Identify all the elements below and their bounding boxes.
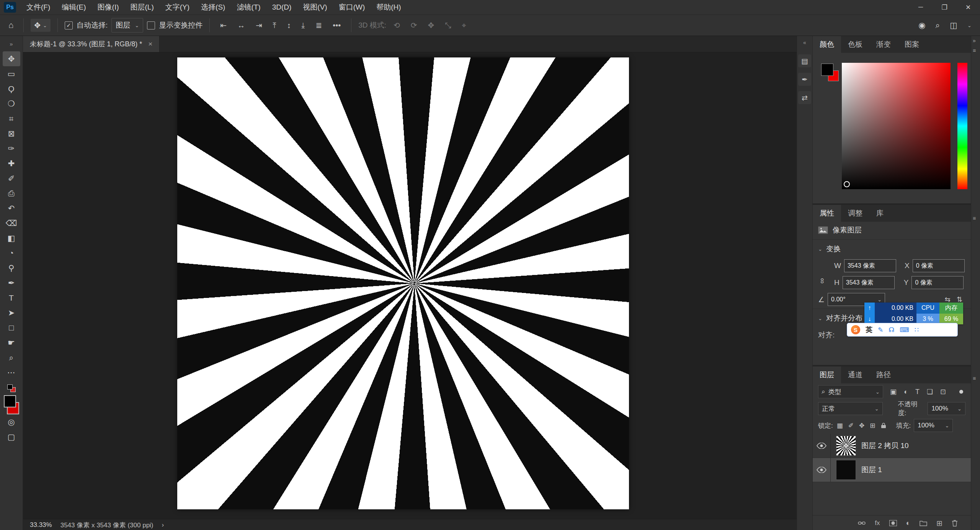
distribute-icon[interactable]: ≣ [312, 21, 325, 30]
menu-help[interactable]: 帮助(H) [371, 0, 407, 15]
align-left-icon[interactable]: ⇤ [217, 21, 230, 30]
transform-section-header[interactable]: ⌄ 变换 [813, 240, 971, 257]
paragraph-panel-icon[interactable]: ⇄ [798, 91, 811, 104]
character-panel-icon[interactable]: ✒ [798, 73, 811, 86]
properties-panel-menu-icon[interactable]: ≡ [973, 215, 976, 221]
filter-pixel-layers-icon[interactable]: ▣ [890, 388, 897, 396]
link-dimensions-icon[interactable]: ∞ [818, 278, 827, 283]
menu-filter[interactable]: 滤镜(T) [231, 0, 266, 15]
default-colors-icon[interactable] [7, 384, 16, 392]
tab-paths[interactable]: 路径 [869, 366, 898, 383]
filter-type-layers-icon[interactable]: T [915, 388, 920, 396]
lock-image-pixels-icon[interactable]: ✐ [848, 422, 854, 430]
eraser-tool[interactable]: ⌫ [3, 216, 20, 231]
tab-properties[interactable]: 属性 [813, 205, 841, 222]
history-brush-tool[interactable]: ↶ [3, 201, 20, 216]
foreground-color-swatch[interactable] [821, 64, 833, 76]
tab-libraries[interactable]: 库 [869, 205, 890, 222]
align-right-icon[interactable]: ⇥ [252, 21, 266, 30]
menu-3d[interactable]: 3D(D) [266, 0, 297, 15]
tab-patterns[interactable]: 图案 [898, 36, 926, 53]
eyedropper-tool[interactable]: ✑ [3, 141, 20, 156]
document-canvas-image[interactable] [177, 57, 629, 509]
move-tool[interactable]: ✥ [3, 51, 20, 66]
hand-tool[interactable]: ☛ [3, 335, 20, 350]
edit-toolbar-button[interactable]: ⋯ [3, 365, 20, 380]
current-tool-preset[interactable]: ✥ ⌄ [31, 19, 51, 32]
show-transform-controls-checkbox[interactable]: ✓ [147, 21, 155, 29]
tab-swatches[interactable]: 色板 [841, 36, 869, 53]
brush-tool[interactable]: ✐ [3, 171, 20, 186]
visibility-cell[interactable] [813, 434, 831, 458]
tab-adjustments[interactable]: 调整 [841, 205, 869, 222]
layer-row-selected[interactable]: 图层 1 [813, 458, 971, 482]
close-icon[interactable]: × [148, 40, 152, 48]
expand-panels-icon[interactable]: « [803, 36, 806, 49]
link-layers-icon[interactable] [858, 521, 866, 525]
color-panel-menu-icon[interactable]: ≡ [973, 47, 976, 54]
auto-select-target-dropdown[interactable]: 图层 ⌄ [111, 18, 143, 33]
layer-style-button[interactable]: fx [875, 519, 880, 527]
frame-tool[interactable]: ⊠ [3, 126, 20, 141]
saturation-brightness-picker[interactable] [842, 63, 951, 189]
histogram-panel-icon[interactable]: ▤ [798, 54, 811, 67]
y-field[interactable]: 0 像素 [911, 276, 964, 289]
align-bottom-icon[interactable]: ⤓ [298, 21, 309, 30]
align-center-icon[interactable]: ↔ [234, 21, 248, 30]
ime-logo[interactable]: S [851, 325, 860, 334]
align-middle-icon[interactable]: ↕ [284, 21, 294, 30]
more-options-icon[interactable]: ••• [329, 21, 344, 30]
pen-tool[interactable]: ✒ [3, 275, 20, 290]
menu-layer[interactable]: 图层(L) [125, 0, 160, 15]
rectangle-tool[interactable]: □ [3, 320, 20, 335]
ime-toolbox-icon[interactable]: ∷ [915, 326, 919, 334]
new-layer-icon[interactable]: ⊞ [936, 519, 942, 528]
adjustment-layer-icon[interactable]: ◐ [906, 519, 910, 527]
ime-keyboard-icon[interactable]: ⌨ [900, 326, 909, 334]
menu-view[interactable]: 视图(V) [297, 0, 333, 15]
3d-slide-icon[interactable]: ⤡ [441, 21, 454, 30]
healing-brush-tool[interactable]: ✚ [3, 156, 20, 171]
close-button[interactable]: ✕ [956, 0, 980, 15]
fill-dropdown[interactable]: 100% ⌄ [914, 419, 953, 432]
lock-artboard-icon[interactable]: ⊞ [870, 422, 875, 430]
blend-mode-dropdown[interactable]: 正常 ⌄ [818, 402, 883, 415]
align-top-icon[interactable]: ⤒ [270, 21, 280, 30]
screen-mode-button[interactable]: ▢ [3, 429, 20, 444]
zoom-tool[interactable]: ⌕ [3, 350, 20, 365]
hue-slider[interactable] [957, 63, 967, 189]
workspace-switcher-icon[interactable]: ◫ [950, 21, 957, 30]
width-field[interactable]: 3543 像素 [844, 259, 896, 272]
new-group-icon[interactable] [920, 520, 927, 526]
document-tab[interactable]: 未标题-1 @ 33.3% (图层 1, RGB/8) * × [23, 36, 160, 52]
menu-select[interactable]: 选择(S) [195, 0, 231, 15]
collapse-panels-icon[interactable]: » [973, 38, 976, 44]
tab-layers[interactable]: 图层 [813, 366, 841, 383]
ime-language-toggle[interactable]: 英 [866, 325, 872, 334]
layer-row[interactable]: 图层 2 拷贝 10 [813, 434, 971, 458]
zoom-level-field[interactable]: 33.33% [30, 521, 52, 529]
search-icon[interactable]: ⌕ [935, 21, 940, 30]
menu-window[interactable]: 窗口(W) [333, 0, 371, 15]
layer-thumbnail[interactable] [836, 436, 856, 456]
tab-color[interactable]: 颜色 [813, 36, 841, 53]
account-search-icon[interactable]: ◉ [918, 21, 925, 30]
gradient-tool[interactable]: ◧ [3, 231, 20, 245]
toolbar-collapse-button[interactable]: » [0, 36, 23, 51]
type-tool[interactable]: T [3, 290, 20, 305]
quick-mask-button[interactable]: ◎ [3, 414, 20, 429]
ime-voice-icon[interactable]: ☊ [889, 326, 894, 334]
3d-roll-icon[interactable]: ⟳ [407, 21, 421, 30]
add-layer-mask-icon[interactable] [889, 520, 897, 526]
lasso-tool[interactable]: Ϙ [3, 81, 20, 96]
maximize-button[interactable]: ❐ [933, 0, 956, 15]
visibility-cell[interactable] [813, 458, 831, 482]
status-expander-icon[interactable]: › [162, 521, 164, 529]
chevron-down-icon[interactable]: ⌄ [967, 23, 972, 28]
filter-shape-layers-icon[interactable]: ❏ [927, 388, 933, 396]
3d-pan-icon[interactable]: ✥ [425, 21, 438, 30]
height-field[interactable]: 3543 像素 [843, 276, 895, 289]
crop-tool[interactable]: ⌗ [3, 111, 20, 126]
menu-edit[interactable]: 编辑(E) [56, 0, 91, 15]
quick-selection-tool[interactable]: ❍ [3, 96, 20, 111]
